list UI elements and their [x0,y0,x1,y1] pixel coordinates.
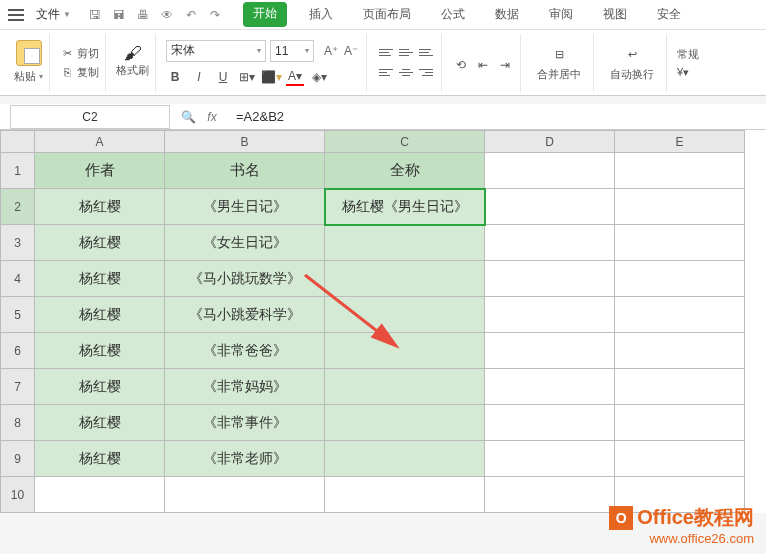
cell-C10[interactable] [325,477,485,513]
row-header-10[interactable]: 10 [1,477,35,513]
align-bottom[interactable] [417,44,435,62]
fill-color-button[interactable]: ⬛▾ [262,68,280,86]
paste-button[interactable]: 粘贴▾ [14,68,43,85]
tab-data[interactable]: 数据 [487,2,527,27]
align-middle[interactable] [397,44,415,62]
align-center[interactable] [397,64,415,82]
preview-icon[interactable]: 👁 [159,7,175,23]
tab-start[interactable]: 开始 [243,2,287,27]
row-header-9[interactable]: 9 [1,441,35,477]
col-header-A[interactable]: A [35,131,165,153]
cell-E4[interactable] [615,261,745,297]
cell-B6[interactable]: 《非常爸爸》 [165,333,325,369]
print-icon[interactable]: 🖶 [135,7,151,23]
cell-E1[interactable] [615,153,745,189]
cell-E3[interactable] [615,225,745,261]
cell-B9[interactable]: 《非常老师》 [165,441,325,477]
cell-D3[interactable] [485,225,615,261]
increase-indent[interactable]: ⇥ [496,56,514,74]
row-header-3[interactable]: 3 [1,225,35,261]
cell-D10[interactable] [485,477,615,513]
align-top[interactable] [377,44,395,62]
align-right[interactable] [417,64,435,82]
cell-A4[interactable]: 杨红樱 [35,261,165,297]
cell-D5[interactable] [485,297,615,333]
tab-formula[interactable]: 公式 [433,2,473,27]
cell-style-button[interactable]: ◈▾ [310,68,328,86]
increase-font-icon[interactable]: A⁺ [322,42,340,60]
cell-B10[interactable] [165,477,325,513]
row-header-8[interactable]: 8 [1,405,35,441]
font-name-select[interactable]: 宋体▾ [166,40,266,62]
redo-icon[interactable]: ↷ [207,7,223,23]
font-color-button[interactable]: A▾ [286,68,304,86]
cell-A7[interactable]: 杨红樱 [35,369,165,405]
cell-D6[interactable] [485,333,615,369]
cell-B8[interactable]: 《非常事件》 [165,405,325,441]
cell-D2[interactable] [485,189,615,225]
formula-input[interactable]: =A2&B2 [230,105,766,129]
fx-icon[interactable]: fx [204,109,220,125]
decrease-indent[interactable]: ⇤ [474,56,492,74]
underline-button[interactable]: U [214,68,232,86]
cell-E9[interactable] [615,441,745,477]
save-icon[interactable]: 🖫 [87,7,103,23]
auto-wrap-button[interactable]: ↩ 自动换行 [604,41,660,84]
cell-E5[interactable] [615,297,745,333]
file-menu[interactable]: 文件 ▼ [30,4,77,25]
font-size-select[interactable]: 11▾ [270,40,314,62]
merge-center-button[interactable]: ⊟ 合并居中 [531,41,587,84]
cell-C1[interactable]: 全称 [325,153,485,189]
cell-B4[interactable]: 《马小跳玩数学》 [165,261,325,297]
row-header-5[interactable]: 5 [1,297,35,333]
cell-D1[interactable] [485,153,615,189]
format-painter-button[interactable]: 格式刷 [116,62,149,79]
hamburger-icon[interactable] [8,9,24,21]
cell-B3[interactable]: 《女生日记》 [165,225,325,261]
row-header-6[interactable]: 6 [1,333,35,369]
cell-D4[interactable] [485,261,615,297]
cell-C6[interactable] [325,333,485,369]
row-header-2[interactable]: 2 [1,189,35,225]
tab-layout[interactable]: 页面布局 [355,2,419,27]
col-header-E[interactable]: E [615,131,745,153]
col-header-C[interactable]: C [325,131,485,153]
decrease-font-icon[interactable]: A⁻ [342,42,360,60]
cell-C7[interactable] [325,369,485,405]
paintbrush-icon[interactable]: 🖌 [126,46,140,60]
cell-B5[interactable]: 《马小跳爱科学》 [165,297,325,333]
tab-view[interactable]: 视图 [595,2,635,27]
paste-icon[interactable] [16,40,42,66]
cell-C4[interactable] [325,261,485,297]
row-header-4[interactable]: 4 [1,261,35,297]
currency-button[interactable]: ¥▾ [677,65,699,80]
name-box[interactable]: C2 [10,105,170,129]
cell-C3[interactable] [325,225,485,261]
cell-A9[interactable]: 杨红樱 [35,441,165,477]
cell-E8[interactable] [615,405,745,441]
cell-A1[interactable]: 作者 [35,153,165,189]
cell-E7[interactable] [615,369,745,405]
select-all-corner[interactable] [1,131,35,153]
row-header-1[interactable]: 1 [1,153,35,189]
cell-B2[interactable]: 《男生日记》 [165,189,325,225]
border-button[interactable]: ⊞▾ [238,68,256,86]
italic-button[interactable]: I [190,68,208,86]
copy-button[interactable]: ⎘复制 [60,64,99,81]
number-format[interactable]: 常规 [677,46,699,63]
bold-button[interactable]: B [166,68,184,86]
tab-insert[interactable]: 插入 [301,2,341,27]
row-header-7[interactable]: 7 [1,369,35,405]
save-as-icon[interactable]: 🖬 [111,7,127,23]
cell-D9[interactable] [485,441,615,477]
tab-review[interactable]: 审阅 [541,2,581,27]
cell-C8[interactable] [325,405,485,441]
cell-A2[interactable]: 杨红樱 [35,189,165,225]
cell-A8[interactable]: 杨红樱 [35,405,165,441]
cell-B1[interactable]: 书名 [165,153,325,189]
cell-C2[interactable]: 杨红樱《男生日记》 [325,189,485,225]
cell-C9[interactable] [325,441,485,477]
cell-D7[interactable] [485,369,615,405]
cell-A3[interactable]: 杨红樱 [35,225,165,261]
align-left[interactable] [377,64,395,82]
